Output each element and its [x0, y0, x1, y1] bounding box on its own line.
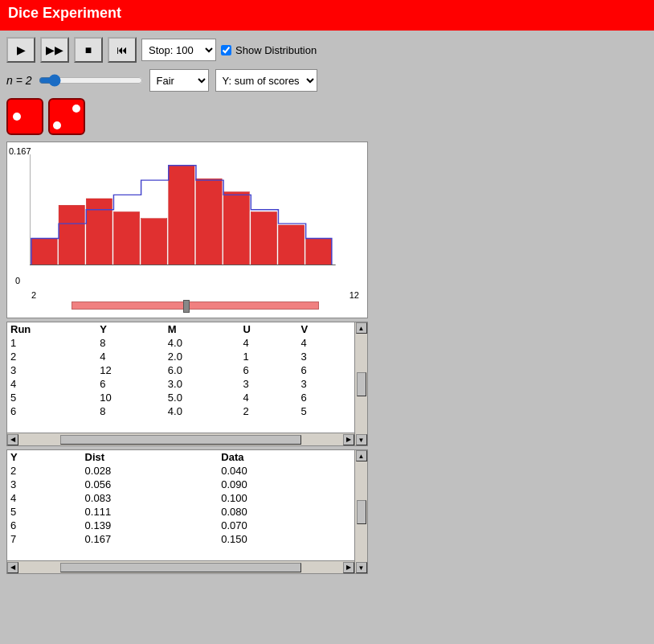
- table-cell: 0.040: [218, 464, 354, 478]
- die-1-dot-1: [13, 113, 21, 121]
- table-cell: 3.0: [165, 377, 240, 391]
- table-cell: 5: [298, 404, 354, 418]
- table-cell: 6: [298, 391, 354, 404]
- scroll-down-arrow[interactable]: ▼: [356, 434, 367, 445]
- dist-scroll-thumb-h[interactable]: [60, 563, 301, 572]
- dist-scroll-thumb-v[interactable]: [357, 500, 366, 524]
- svg-rect-0: [31, 239, 57, 265]
- table-cell: 0.167: [82, 532, 219, 546]
- die-2: [48, 98, 85, 135]
- scroll-left-arrow[interactable]: ◀: [7, 434, 18, 445]
- table-row: 40.0830.100: [7, 491, 354, 505]
- histogram-chart: 0.167 0 2 12: [6, 142, 368, 318]
- run-table-scroll[interactable]: Run Y M U V 184.044242.0133126.066463.03…: [7, 322, 354, 445]
- y-select[interactable]: Y: sum of scores Y: max of scores Y: min…: [215, 69, 317, 92]
- table-row: 5105.046: [7, 391, 354, 404]
- reset-button[interactable]: ⏮: [108, 37, 137, 63]
- table-cell: 7: [7, 532, 82, 546]
- svg-rect-3: [113, 212, 139, 265]
- col-dist: Dist: [82, 450, 219, 464]
- dist-data-table-container: Y Dist Data 20.0280.04030.0560.09040.083…: [6, 449, 368, 574]
- table-row: 3126.066: [7, 363, 354, 377]
- table-row: 70.1670.150: [7, 532, 354, 546]
- chart-slider-thumb[interactable]: [183, 300, 190, 313]
- table-cell: 3: [239, 377, 297, 391]
- table-cell: 12: [96, 363, 165, 377]
- play-button[interactable]: ▶: [6, 37, 35, 63]
- n-slider[interactable]: [39, 74, 143, 87]
- col-data: Data: [218, 450, 354, 464]
- dist-scroll-up-arrow[interactable]: ▲: [356, 450, 367, 461]
- table-cell: 0.056: [82, 478, 219, 491]
- fair-select[interactable]: Fair Loaded: [149, 69, 209, 92]
- table-cell: 8: [96, 404, 165, 418]
- die-2-dot-1: [72, 105, 80, 113]
- histogram-svg: [30, 154, 359, 287]
- dist-table-scrollbar-bottom[interactable]: ◀ ▶: [7, 560, 354, 573]
- col-run: Run: [7, 322, 96, 336]
- table-row: 463.033: [7, 377, 354, 391]
- title-text: Dice Experiment: [8, 5, 121, 21]
- table-cell: 5: [7, 505, 82, 519]
- table-cell: 0.070: [218, 519, 354, 532]
- fast-forward-button[interactable]: ▶▶: [40, 37, 69, 63]
- table-cell: 3: [298, 350, 354, 363]
- svg-rect-4: [141, 219, 167, 265]
- dist-table-scrollbar-right[interactable]: ▲ ▼: [354, 450, 367, 573]
- table-cell: 2: [7, 464, 82, 478]
- dist-scroll-right-arrow[interactable]: ▶: [343, 562, 354, 573]
- table-row: 20.0280.040: [7, 464, 354, 478]
- table-cell: 3: [7, 478, 82, 491]
- app-title: Dice Experiment: [0, 0, 654, 31]
- table-row: 684.025: [7, 404, 354, 418]
- table-cell: 2.0: [165, 350, 240, 363]
- chart-slider[interactable]: [72, 300, 319, 311]
- dist-table-body: 20.0280.04030.0560.09040.0830.10050.1110…: [7, 464, 354, 546]
- dist-scroll-left-arrow[interactable]: ◀: [7, 562, 18, 573]
- table-cell: 0.150: [218, 532, 354, 546]
- table-cell: 5.0: [165, 391, 240, 404]
- run-table-scrollbar-bottom[interactable]: ◀ ▶: [7, 433, 354, 445]
- run-table-body: 184.044242.0133126.066463.0335105.046684…: [7, 336, 354, 418]
- dist-table-scroll[interactable]: Y Dist Data 20.0280.04030.0560.09040.083…: [7, 450, 354, 573]
- stop-button[interactable]: ■: [74, 37, 103, 63]
- col-u: U: [239, 322, 297, 336]
- table-cell: 1: [7, 336, 96, 350]
- table-row: 184.044: [7, 336, 354, 350]
- table-cell: 4.0: [165, 404, 240, 418]
- run-table-scrollbar-right[interactable]: ▲ ▼: [354, 322, 367, 445]
- table-cell: 4: [96, 350, 165, 363]
- table-cell: 4.0: [165, 336, 240, 350]
- table-row: 50.1110.080: [7, 505, 354, 519]
- svg-rect-8: [251, 212, 276, 265]
- table-cell: 4: [239, 391, 297, 404]
- col-v: V: [298, 322, 354, 336]
- dist-scroll-down-arrow[interactable]: ▼: [356, 562, 367, 573]
- n-label: n = 2: [6, 74, 32, 87]
- stop-select[interactable]: Stop: 10 Stop: 100 Stop: 1000: [141, 39, 216, 61]
- scroll-right-arrow[interactable]: ▶: [343, 434, 354, 445]
- table-row: 60.1390.070: [7, 519, 354, 532]
- show-distribution-checkbox[interactable]: [221, 45, 231, 55]
- scroll-thumb-v[interactable]: [357, 372, 366, 396]
- run-table-header-row: Run Y M U V: [7, 322, 354, 336]
- scroll-thumb-h[interactable]: [60, 435, 301, 445]
- svg-rect-2: [86, 199, 112, 265]
- table-cell: 4: [239, 336, 297, 350]
- show-distribution-label: Show Distribution: [235, 44, 317, 56]
- dice-display: [6, 98, 648, 135]
- table-cell: 6: [7, 404, 96, 418]
- chart-slider-track: [72, 301, 319, 310]
- svg-rect-1: [59, 205, 84, 265]
- y-axis-zero-label: 0: [15, 276, 20, 285]
- x-axis-min-label: 2: [31, 290, 36, 300]
- reset-icon: ⏮: [116, 43, 128, 56]
- scroll-up-arrow[interactable]: ▲: [356, 322, 367, 334]
- table-cell: 3: [7, 363, 96, 377]
- table-cell: 0.111: [82, 505, 219, 519]
- table-row: 30.0560.090: [7, 478, 354, 491]
- dist-data-table: Y Dist Data 20.0280.04030.0560.09040.083…: [7, 450, 354, 546]
- run-data-table: Run Y M U V 184.044242.0133126.066463.03…: [7, 322, 354, 418]
- stop-icon: ■: [85, 43, 92, 56]
- table-cell: 8: [96, 336, 165, 350]
